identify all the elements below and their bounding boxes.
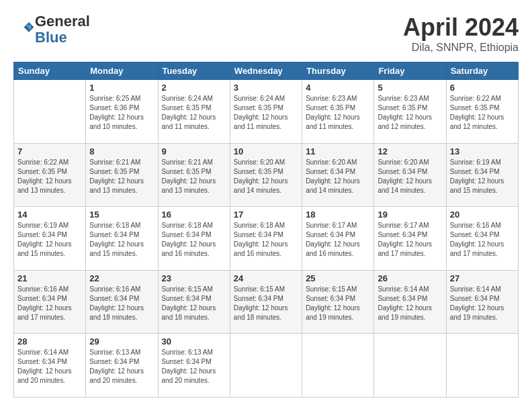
day-info: Sunrise: 6:14 AM Sunset: 6:34 PM Dayligh… xyxy=(378,285,442,322)
day-info: Sunrise: 6:24 AM Sunset: 6:35 PM Dayligh… xyxy=(162,94,226,132)
day-number: 20 xyxy=(450,210,515,220)
day-number: 18 xyxy=(306,210,370,220)
day-number: 1 xyxy=(89,83,154,93)
day-number: 26 xyxy=(378,273,442,283)
day-number: 25 xyxy=(306,273,370,283)
calendar-cell: 5Sunrise: 6:23 AM Sunset: 6:35 PM Daylig… xyxy=(374,80,446,144)
day-number: 23 xyxy=(162,273,226,283)
day-info: Sunrise: 6:18 AM Sunset: 6:34 PM Dayligh… xyxy=(162,221,226,259)
calendar-col-tuesday: Tuesday xyxy=(158,62,230,80)
calendar-cell: 12Sunrise: 6:20 AM Sunset: 6:34 PM Dayli… xyxy=(374,143,446,207)
logo-blue: Blue xyxy=(35,29,67,46)
calendar-header-row: SundayMondayTuesdayWednesdayThursdayFrid… xyxy=(14,62,519,80)
calendar-cell: 23Sunrise: 6:15 AM Sunset: 6:34 PM Dayli… xyxy=(158,270,230,334)
day-info: Sunrise: 6:18 AM Sunset: 6:34 PM Dayligh… xyxy=(234,221,298,259)
day-info: Sunrise: 6:23 AM Sunset: 6:35 PM Dayligh… xyxy=(306,94,370,132)
day-number: 5 xyxy=(378,83,442,93)
day-info: Sunrise: 6:15 AM Sunset: 6:34 PM Dayligh… xyxy=(162,285,226,322)
day-number: 10 xyxy=(234,146,298,156)
day-info: Sunrise: 6:13 AM Sunset: 6:34 PM Dayligh… xyxy=(89,348,154,385)
day-info: Sunrise: 6:21 AM Sunset: 6:35 PM Dayligh… xyxy=(162,158,226,195)
day-info: Sunrise: 6:13 AM Sunset: 6:34 PM Dayligh… xyxy=(162,348,226,385)
day-number: 19 xyxy=(378,210,442,220)
calendar-cell: 6Sunrise: 6:22 AM Sunset: 6:35 PM Daylig… xyxy=(446,80,518,144)
day-info: Sunrise: 6:18 AM Sunset: 6:34 PM Dayligh… xyxy=(89,221,154,259)
calendar-cell xyxy=(230,334,302,398)
day-number: 22 xyxy=(89,273,154,283)
day-info: Sunrise: 6:17 AM Sunset: 6:34 PM Dayligh… xyxy=(378,221,442,259)
title-block: April 2024 Dila, SNNPR, Ethiopia xyxy=(403,13,519,54)
calendar-cell: 24Sunrise: 6:15 AM Sunset: 6:34 PM Dayli… xyxy=(230,270,302,334)
calendar-cell: 27Sunrise: 6:14 AM Sunset: 6:34 PM Dayli… xyxy=(446,270,518,334)
day-number: 27 xyxy=(450,273,515,283)
calendar-cell: 15Sunrise: 6:18 AM Sunset: 6:34 PM Dayli… xyxy=(86,207,158,271)
calendar-col-saturday: Saturday xyxy=(446,62,518,80)
main-title: April 2024 xyxy=(403,13,519,42)
calendar-cell: 19Sunrise: 6:17 AM Sunset: 6:34 PM Dayli… xyxy=(374,207,446,271)
calendar-col-wednesday: Wednesday xyxy=(230,62,302,80)
day-number: 28 xyxy=(17,336,82,347)
calendar-cell: 17Sunrise: 6:18 AM Sunset: 6:34 PM Dayli… xyxy=(230,207,302,271)
calendar-cell: 11Sunrise: 6:20 AM Sunset: 6:34 PM Dayli… xyxy=(302,143,374,207)
day-info: Sunrise: 6:21 AM Sunset: 6:35 PM Dayligh… xyxy=(89,158,154,195)
header: General Blue April 2024 Dila, SNNPR, Eth… xyxy=(13,13,519,54)
day-info: Sunrise: 6:15 AM Sunset: 6:34 PM Dayligh… xyxy=(306,285,370,322)
calendar-cell: 28Sunrise: 6:14 AM Sunset: 6:34 PM Dayli… xyxy=(14,334,86,398)
calendar-week-2: 7Sunrise: 6:22 AM Sunset: 6:35 PM Daylig… xyxy=(14,143,519,207)
day-number: 12 xyxy=(378,146,442,156)
day-number: 21 xyxy=(17,273,82,283)
day-info: Sunrise: 6:20 AM Sunset: 6:34 PM Dayligh… xyxy=(306,158,370,195)
day-number: 16 xyxy=(162,210,226,220)
day-info: Sunrise: 6:19 AM Sunset: 6:34 PM Dayligh… xyxy=(450,158,515,195)
day-number: 11 xyxy=(306,146,370,156)
calendar-cell: 8Sunrise: 6:21 AM Sunset: 6:35 PM Daylig… xyxy=(86,143,158,207)
calendar-cell xyxy=(446,334,518,398)
day-info: Sunrise: 6:14 AM Sunset: 6:34 PM Dayligh… xyxy=(450,285,515,322)
day-number: 17 xyxy=(234,210,298,220)
day-info: Sunrise: 6:19 AM Sunset: 6:34 PM Dayligh… xyxy=(17,221,82,259)
calendar-cell: 13Sunrise: 6:19 AM Sunset: 6:34 PM Dayli… xyxy=(446,143,518,207)
day-info: Sunrise: 6:17 AM Sunset: 6:34 PM Dayligh… xyxy=(306,221,370,259)
calendar-cell: 20Sunrise: 6:16 AM Sunset: 6:34 PM Dayli… xyxy=(446,207,518,271)
day-number: 8 xyxy=(89,146,154,156)
calendar-week-5: 28Sunrise: 6:14 AM Sunset: 6:34 PM Dayli… xyxy=(14,334,519,398)
calendar-cell: 22Sunrise: 6:16 AM Sunset: 6:34 PM Dayli… xyxy=(86,270,158,334)
page: General Blue April 2024 Dila, SNNPR, Eth… xyxy=(0,0,532,411)
day-number: 15 xyxy=(89,210,154,220)
day-info: Sunrise: 6:16 AM Sunset: 6:34 PM Dayligh… xyxy=(450,221,515,259)
day-number: 30 xyxy=(162,336,226,347)
calendar-cell: 18Sunrise: 6:17 AM Sunset: 6:34 PM Dayli… xyxy=(302,207,374,271)
calendar-cell: 9Sunrise: 6:21 AM Sunset: 6:35 PM Daylig… xyxy=(158,143,230,207)
day-number: 24 xyxy=(234,273,298,283)
day-info: Sunrise: 6:20 AM Sunset: 6:34 PM Dayligh… xyxy=(378,158,442,195)
calendar-week-3: 14Sunrise: 6:19 AM Sunset: 6:34 PM Dayli… xyxy=(14,207,519,271)
calendar-cell: 2Sunrise: 6:24 AM Sunset: 6:35 PM Daylig… xyxy=(158,80,230,144)
calendar-col-sunday: Sunday xyxy=(14,62,86,80)
calendar-cell: 26Sunrise: 6:14 AM Sunset: 6:34 PM Dayli… xyxy=(374,270,446,334)
calendar-week-1: 1Sunrise: 6:25 AM Sunset: 6:36 PM Daylig… xyxy=(14,80,519,144)
calendar-cell: 3Sunrise: 6:24 AM Sunset: 6:35 PM Daylig… xyxy=(230,80,302,144)
logo-icon xyxy=(15,18,35,38)
logo-text: General Blue xyxy=(35,13,90,46)
calendar-cell: 16Sunrise: 6:18 AM Sunset: 6:34 PM Dayli… xyxy=(158,207,230,271)
day-number: 6 xyxy=(450,83,515,93)
day-info: Sunrise: 6:23 AM Sunset: 6:35 PM Dayligh… xyxy=(378,94,442,132)
day-info: Sunrise: 6:16 AM Sunset: 6:34 PM Dayligh… xyxy=(17,285,82,322)
day-info: Sunrise: 6:22 AM Sunset: 6:35 PM Dayligh… xyxy=(450,94,515,132)
day-info: Sunrise: 6:24 AM Sunset: 6:35 PM Dayligh… xyxy=(234,94,298,132)
day-number: 14 xyxy=(17,210,82,220)
day-info: Sunrise: 6:16 AM Sunset: 6:34 PM Dayligh… xyxy=(89,285,154,322)
calendar-cell: 7Sunrise: 6:22 AM Sunset: 6:35 PM Daylig… xyxy=(14,143,86,207)
calendar-cell xyxy=(374,334,446,398)
day-number: 9 xyxy=(162,146,226,156)
subtitle: Dila, SNNPR, Ethiopia xyxy=(403,42,519,54)
calendar-cell: 29Sunrise: 6:13 AM Sunset: 6:34 PM Dayli… xyxy=(86,334,158,398)
day-number: 2 xyxy=(162,83,226,93)
calendar-cell: 1Sunrise: 6:25 AM Sunset: 6:36 PM Daylig… xyxy=(86,80,158,144)
day-number: 29 xyxy=(89,336,154,347)
calendar-col-thursday: Thursday xyxy=(302,62,374,80)
day-info: Sunrise: 6:25 AM Sunset: 6:36 PM Dayligh… xyxy=(89,94,154,132)
calendar-week-4: 21Sunrise: 6:16 AM Sunset: 6:34 PM Dayli… xyxy=(14,270,519,334)
day-number: 3 xyxy=(234,83,298,93)
day-number: 13 xyxy=(450,146,515,156)
